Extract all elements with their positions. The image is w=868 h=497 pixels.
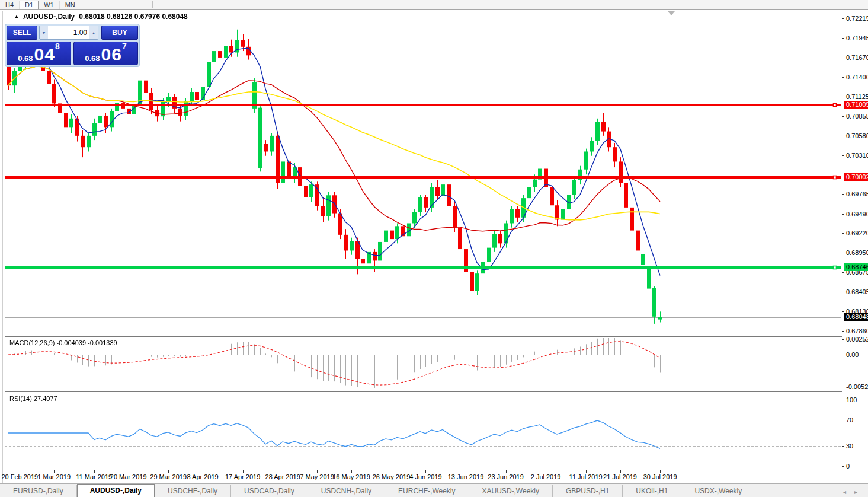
trading-platform-window: H4D1W1MN ▲ AUDUSD-,Daily 0.68018 0.68126… bbox=[0, 0, 868, 497]
chart-shift-marker-icon[interactable] bbox=[668, 11, 675, 15]
chart-tab-usdcnh[interactable]: USDCNH-,Daily bbox=[308, 485, 385, 497]
price-tick-dash bbox=[842, 58, 844, 58]
date-tick-label: 17 Apr 2019 bbox=[225, 473, 260, 480]
date-tick-label: 11 Jul 2019 bbox=[569, 473, 603, 480]
date-tick-label: 4 Jun 2019 bbox=[409, 473, 441, 480]
chart-tab-eurchf[interactable]: EURCHF-,Weekly bbox=[385, 485, 469, 497]
date-tick-label: 13 Jun 2019 bbox=[448, 473, 484, 480]
price-tick-label: 0.71945 bbox=[846, 34, 868, 42]
rsi-indicator-label: RSI(14) 27.4077 bbox=[8, 395, 59, 402]
date-tick-label: 20 Feb 2019 bbox=[1, 473, 38, 480]
date-tick-label: 26 May 2019 bbox=[373, 473, 411, 480]
chart-left-border bbox=[5, 11, 5, 470]
price-tick-dash bbox=[842, 18, 844, 19]
volume-decrease-button[interactable]: ▼ bbox=[40, 26, 48, 39]
price-tick-dash bbox=[842, 214, 844, 215]
price-tick-dash bbox=[842, 194, 844, 195]
sell-price-panel[interactable]: 0.68 04 8 bbox=[7, 42, 71, 65]
price-axis[interactable]: 0.722150.719450.716700.714000.711250.708… bbox=[842, 11, 868, 470]
buy-price-panel[interactable]: 0.68 06 7 bbox=[73, 42, 138, 65]
panel-separator[interactable] bbox=[5, 391, 868, 392]
tab-scroll-controls: ◂ ▸ bbox=[843, 489, 868, 497]
price-tick-dash bbox=[842, 136, 844, 136]
price-tick-dash bbox=[842, 155, 844, 156]
date-tick-dash bbox=[203, 470, 203, 473]
price-tick-dash bbox=[842, 116, 844, 117]
price-tick-dash bbox=[842, 253, 844, 253]
date-tick-dash bbox=[351, 470, 352, 473]
timeframe-button-w1[interactable]: W1 bbox=[39, 1, 60, 9]
buy-price-pip: 7 bbox=[122, 43, 127, 49]
sell-button[interactable]: SELL bbox=[7, 26, 37, 40]
rsi-tick-label: 0 bbox=[846, 463, 850, 470]
price-tick-dash bbox=[842, 272, 844, 273]
chart-tab-eurusd[interactable]: EURUSD-,Daily bbox=[0, 485, 77, 497]
date-tick-dash bbox=[243, 470, 244, 473]
chart-tab-usdcad[interactable]: USDCAD-,Daily bbox=[231, 485, 308, 497]
price-tick-label: 0.71400 bbox=[846, 74, 868, 81]
time-axis[interactable]: 20 Feb 20191 Mar 201911 Mar 201920 Mar 2… bbox=[5, 470, 842, 483]
chart-tab-bar: EURUSD-,DailyAUDUSD-,DailyUSDCHF-,DailyU… bbox=[0, 483, 868, 497]
date-tick-label: 8 Apr 2019 bbox=[187, 473, 218, 480]
collapse-icon[interactable]: ▲ bbox=[14, 14, 19, 20]
rsi-tick-dash bbox=[842, 400, 844, 400]
macd-canvas[interactable] bbox=[5, 337, 841, 390]
price-level-badge: 0.68746 bbox=[844, 263, 868, 271]
date-tick-dash bbox=[392, 470, 392, 473]
chart-ohlc-values: 0.68018 0.68126 0.67976 0.68048 bbox=[79, 12, 188, 21]
chart-title-bar: ▲ AUDUSD-,Daily 0.68018 0.68126 0.67976 … bbox=[14, 12, 188, 21]
price-tick-label: 0.69490 bbox=[846, 211, 868, 218]
chart-tab-gbpusd[interactable]: GBPUSD-,H1 bbox=[553, 485, 623, 497]
price-tick-label: 0.67860 bbox=[846, 327, 868, 334]
price-tick-label: 0.72215 bbox=[846, 15, 868, 22]
volume-increase-button[interactable]: ▲ bbox=[89, 26, 98, 39]
date-tick-dash bbox=[546, 470, 546, 473]
chart-tab-usdx[interactable]: USDX-,Weekly bbox=[681, 485, 755, 497]
date-tick-label: 16 May 2019 bbox=[332, 473, 370, 480]
price-tick-label: 0.68950 bbox=[846, 249, 868, 256]
buy-button[interactable]: BUY bbox=[101, 26, 138, 40]
date-tick-label: 1 Mar 2019 bbox=[37, 473, 71, 480]
macd-indicator-label: MACD(12,26,9) -0.004039 -0.001339 bbox=[8, 339, 118, 346]
rsi-tick-dash bbox=[842, 420, 844, 420]
date-tick-dash bbox=[466, 470, 466, 473]
tab-scroll-right-icon[interactable]: ▸ bbox=[854, 489, 857, 495]
timeframe-button-mn[interactable]: MN bbox=[60, 1, 81, 9]
tab-scroll-left-icon[interactable]: ◂ bbox=[843, 489, 846, 495]
date-tick-label: 11 Mar 2019 bbox=[76, 473, 112, 480]
chart-tab-xauusd[interactable]: XAUUSD-,Weekly bbox=[469, 485, 553, 497]
date-tick-dash bbox=[620, 470, 621, 473]
date-tick-dash bbox=[506, 470, 507, 473]
price-tick-label: 0.68405 bbox=[846, 288, 868, 295]
timeframe-button-h4[interactable]: H4 bbox=[0, 1, 20, 9]
chart-tab-ukoil[interactable]: UKOil-,H1 bbox=[623, 485, 681, 497]
price-tick-label: 0.70310 bbox=[846, 152, 868, 159]
rsi-tick-label: 70 bbox=[846, 416, 853, 423]
sell-price-pip: 8 bbox=[55, 43, 60, 49]
volume-input[interactable] bbox=[48, 26, 89, 39]
date-tick-dash bbox=[94, 470, 95, 473]
date-tick-dash bbox=[660, 470, 661, 473]
date-tick-label: 28 Apr 2019 bbox=[265, 473, 300, 480]
window-splitter[interactable] bbox=[2, 11, 3, 483]
price-tick-dash bbox=[842, 331, 844, 332]
volume-stepper: ▼ ▲ bbox=[39, 26, 98, 40]
panel-separator[interactable] bbox=[5, 336, 868, 337]
price-tick-dash bbox=[842, 311, 844, 312]
price-tick-label: 0.69220 bbox=[846, 230, 868, 237]
date-tick-label: 7 May 2019 bbox=[300, 473, 334, 480]
buy-price-prefix: 0.68 bbox=[85, 54, 100, 63]
price-level-badge: 0.70002 bbox=[844, 173, 868, 181]
toolbar-separator bbox=[152, 1, 153, 8]
price-tick-label: 0.70580 bbox=[846, 132, 868, 139]
rsi-tick-dash bbox=[842, 446, 844, 447]
chart-tab-audusd[interactable]: AUDUSD-,Daily bbox=[77, 484, 155, 497]
timeframe-button-d1[interactable]: D1 bbox=[20, 1, 39, 9]
rsi-canvas[interactable] bbox=[5, 392, 841, 470]
chart-tab-usdchf[interactable]: USDCHF-,Daily bbox=[155, 485, 231, 497]
price-tick-label: 0.70855 bbox=[846, 113, 868, 120]
rsi-tick-label: 30 bbox=[846, 442, 853, 450]
price-level-badge: 0.68048 bbox=[844, 313, 868, 321]
date-tick-label: 20 Mar 2019 bbox=[110, 473, 147, 480]
date-tick-dash bbox=[129, 470, 129, 473]
